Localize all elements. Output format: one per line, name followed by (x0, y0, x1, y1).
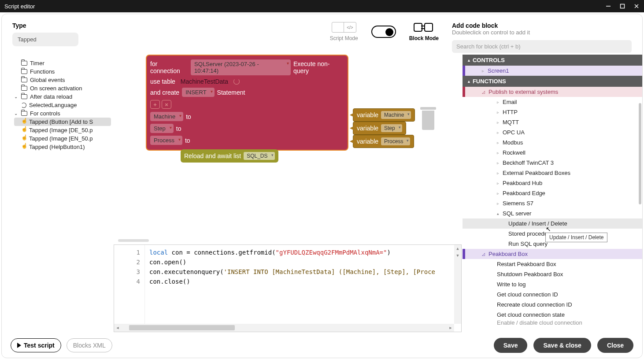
save-button[interactable]: Save (494, 338, 528, 353)
palette-item[interactable]: ▹External Peakboard Boxes (463, 168, 642, 178)
block-mode-label: Block Mode (409, 35, 439, 41)
close-button[interactable]: Close (597, 338, 633, 353)
tree-item[interactable]: Timer (14, 59, 111, 67)
palette-item[interactable]: ▹Peakboard Edge (463, 188, 642, 198)
maximize-button[interactable] (619, 3, 625, 9)
palette-item[interactable]: ▹Modbus (463, 137, 642, 148)
code-vertical-scrollbar[interactable]: ▲▼ (454, 245, 461, 324)
field-dropdown[interactable]: Process (150, 136, 182, 145)
reload-list-block[interactable]: Reload and await list SQL_DS (181, 149, 278, 163)
palette-item[interactable]: ▹Peakboard Hub (463, 178, 642, 188)
event-tree: TimerFunctionsGlobal eventsOn screen act… (2, 55, 113, 333)
folder-icon (21, 69, 27, 74)
palette-controls-header[interactable]: ▲CONTROLS (463, 55, 642, 66)
and-create-label: and create (150, 89, 179, 96)
footer: Test script Blocks XML Save Save & close… (2, 333, 642, 358)
tap-icon (21, 144, 26, 150)
palette-peakboard-box[interactable]: ◿Peakboard Box (463, 249, 642, 259)
palette-screen1[interactable]: ▹Screen1 (463, 66, 642, 76)
tree-item-label: After data reload (30, 93, 72, 100)
tree-item-label: Tapped (HelpButton1) (29, 144, 85, 150)
palette-item[interactable]: ▹Email (463, 97, 642, 107)
sql-insert-block[interactable]: for connection SQLServer (2023-07-26 - 1… (146, 55, 348, 151)
tap-icon (21, 136, 26, 142)
palette-item[interactable]: Get cloud connection ID (463, 289, 642, 300)
code-preview-panel: 1234 local con = connections.getfromid("… (113, 238, 463, 333)
tree-item[interactable]: ⌄For controls (14, 109, 111, 118)
save-close-button[interactable]: Save & close (533, 338, 591, 353)
variable-block[interactable]: variableMachine (353, 108, 415, 122)
palette-item[interactable]: ▹Rockwell (463, 148, 642, 158)
close-window-button[interactable] (633, 3, 640, 9)
palette-item[interactable]: Update / Insert / Delete (463, 218, 642, 229)
field-dropdown[interactable]: Machine (150, 112, 183, 121)
palette-item[interactable]: Enable / disable cloud connection (463, 320, 642, 325)
palette-item[interactable]: ▹HTTP (463, 107, 642, 117)
trash-icon[interactable] (420, 107, 436, 133)
table-name: MachineTestData (181, 78, 228, 85)
palette-item[interactable]: ▹MQTT (463, 117, 642, 127)
block-search-input[interactable]: Search for block (ctrl + b) (452, 40, 632, 53)
tree-item[interactable]: Functions (14, 67, 111, 76)
block-workspace[interactable]: for connection SQLServer (2023-07-26 - 1… (113, 55, 463, 333)
titlebar: Script editor (0, 0, 644, 12)
palette-item[interactable]: Get cloud connection state (463, 310, 642, 320)
tree-item-label: For controls (30, 110, 60, 117)
connection-dropdown[interactable]: SQLServer (2023-07-26 - 10:47:14) (191, 59, 291, 75)
variable-dropdown[interactable]: Step (381, 124, 402, 132)
block-mode-icon (414, 22, 434, 33)
add-block-subtitle: Doubleclick on control to add it (452, 29, 632, 36)
add-field-button[interactable]: + (150, 100, 160, 109)
variable-block[interactable]: variableStep (353, 122, 406, 135)
folder-icon (21, 86, 27, 91)
variable-block[interactable]: variableProcess (353, 135, 414, 148)
palette-scrollbar[interactable] (639, 103, 641, 204)
tree-item[interactable]: Global events (14, 76, 111, 84)
reload-label: Reload and await list (184, 152, 241, 159)
tree-item[interactable]: On screen activation (14, 84, 111, 93)
mode-toggle[interactable] (371, 26, 396, 38)
tree-item[interactable]: SelectedLanguage (14, 101, 111, 109)
refresh-icon[interactable] (233, 78, 240, 85)
insert-type-dropdown[interactable]: INSERT (182, 88, 214, 97)
test-script-button[interactable]: Test script (11, 338, 61, 352)
variable-dropdown[interactable]: Machine (381, 111, 411, 119)
tree-item[interactable]: Tapped (Image [DE_50.p (14, 126, 111, 134)
tree-item[interactable]: Tapped (Image [EN_50.p (14, 134, 111, 143)
tap-icon (21, 119, 26, 125)
reload-datasource-dropdown[interactable]: SQL_DS (244, 152, 274, 160)
palette-item[interactable]: Recreate cloud connection ID (463, 300, 642, 310)
to-label: to (176, 125, 181, 132)
blocks-xml-button[interactable]: Blocks XML (67, 338, 112, 352)
variable-label: variable (357, 125, 378, 132)
palette-item[interactable]: ▴SQL server (463, 208, 642, 218)
remove-field-button[interactable]: × (162, 100, 171, 109)
tree-item[interactable]: Tapped (Button [Add to S (14, 118, 111, 126)
variable-label: variable (357, 138, 378, 145)
palette-functions-header[interactable]: ▲FUNCTIONS (463, 76, 642, 87)
palette-item[interactable]: Shutdown Peakboard Box (463, 269, 642, 279)
variable-dropdown[interactable]: Process (381, 137, 410, 145)
tree-item[interactable]: Tapped (HelpButton1) (14, 143, 111, 151)
svg-rect-5 (425, 23, 433, 31)
minimize-button[interactable] (605, 3, 611, 9)
palette-item[interactable]: Restart Peakboard Box (463, 259, 642, 269)
panel-resize-handle[interactable] (118, 239, 149, 242)
type-label: Type (12, 22, 109, 29)
script-mode-label: Script Mode (330, 35, 358, 41)
palette-publish-external[interactable]: ◿Publish to external systems (463, 87, 642, 97)
folder-icon (21, 61, 27, 66)
palette-item[interactable]: ▹Beckhoff TwinCAT 3 (463, 158, 642, 168)
field-dropdown[interactable]: Step (150, 124, 174, 133)
for-connection-label: for connection (150, 60, 188, 74)
folder-icon (21, 78, 27, 82)
window-title: Script editor (4, 3, 35, 10)
type-value-box: Tapped (12, 33, 78, 46)
palette-item[interactable]: Write to log (463, 279, 642, 289)
palette-item[interactable]: ▹Siemens S7 (463, 198, 642, 208)
palette-item[interactable]: ▹OPC UA (463, 127, 642, 137)
tree-item[interactable]: ⌄After data reload (14, 93, 111, 101)
tree-item-label: Global events (30, 77, 65, 83)
code-horizontal-scrollbar[interactable]: ◀▶ (114, 324, 454, 332)
folder-icon (21, 111, 27, 116)
